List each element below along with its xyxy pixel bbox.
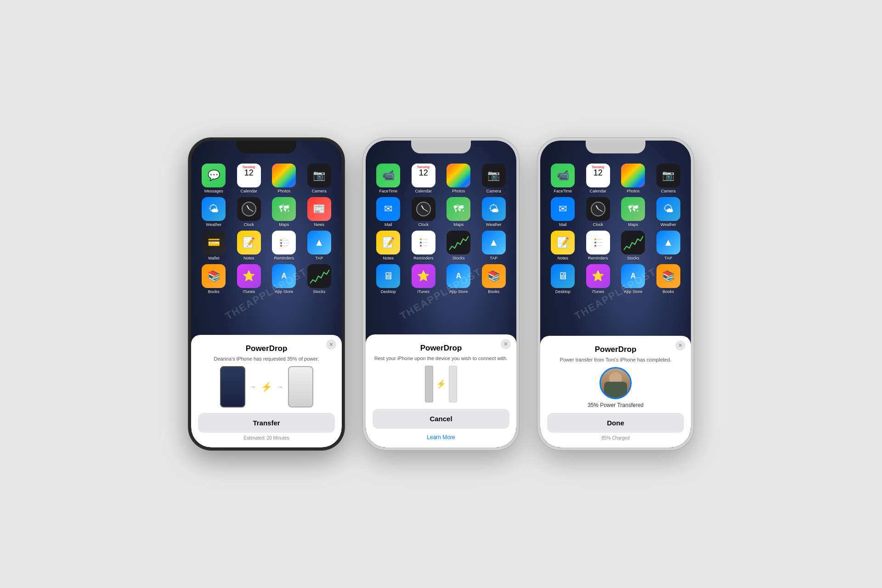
- iphone-2-screen: 📹 FaceTime Tuesday 12 Calendar Photos 📷 …: [366, 141, 516, 447]
- sheet-subtitle-1: Deanna's iPhone has requested 35% of pow…: [198, 356, 335, 362]
- app-calendar-3[interactable]: Tuesday 12 Calendar: [582, 164, 614, 193]
- app-maps-3[interactable]: 🗺 Maps: [617, 197, 649, 227]
- lightning-icon-1: ⚡: [261, 381, 272, 392]
- app-appstore-3[interactable]: A App Store: [617, 264, 649, 294]
- app-news[interactable]: 📰 News: [304, 197, 335, 227]
- svg-point-15: [594, 242, 596, 243]
- app-books[interactable]: 📚 Books: [198, 264, 230, 294]
- app-clock-2[interactable]: Clock: [408, 197, 440, 227]
- app-maps-2[interactable]: 🗺 Maps: [443, 197, 475, 227]
- app-appstore[interactable]: A App Store: [268, 264, 300, 294]
- app-stocks-3[interactable]: Stocks: [617, 231, 649, 260]
- app-camera-2[interactable]: 📷 Camera: [478, 164, 510, 193]
- app-notes[interactable]: 📝 Notes: [233, 231, 265, 260]
- app-facetime-3[interactable]: 📹 FaceTime: [547, 164, 579, 193]
- app-appstore-2[interactable]: A App Store: [443, 264, 475, 294]
- app-grid-2: 📹 FaceTime Tuesday 12 Calendar Photos 📷 …: [370, 161, 512, 296]
- app-messages[interactable]: 💬 Messages: [198, 164, 230, 193]
- sheet-close-2[interactable]: ✕: [501, 339, 511, 349]
- svg-point-11: [420, 245, 422, 247]
- app-tap-3[interactable]: ▲ TAP: [653, 231, 684, 260]
- app-mail-3[interactable]: ✉ Mail: [547, 197, 579, 227]
- sheet-title-2: PowerDrop: [373, 344, 509, 353]
- app-calendar-2[interactable]: Tuesday 12 Calendar: [408, 164, 440, 193]
- arrow-right-icon: →: [250, 383, 256, 390]
- app-itunes[interactable]: ⭐ iTunes: [233, 264, 265, 294]
- app-reminders-3[interactable]: Reminders: [582, 231, 614, 260]
- app-calendar[interactable]: Tuesday 12 Calendar: [233, 164, 265, 193]
- app-photos-2[interactable]: Photos: [443, 164, 475, 193]
- sheet-subtitle-2: Rest your iPhone upon the device you wis…: [373, 356, 509, 361]
- powerdrop-sheet-2: ✕ PowerDrop Rest your iPhone upon the de…: [366, 334, 516, 447]
- app-camera[interactable]: 📷 Camera: [304, 164, 335, 193]
- app-tap-2[interactable]: ▲ TAP: [478, 231, 510, 260]
- iphone-2: 📹 FaceTime Tuesday 12 Calendar Photos 📷 …: [363, 138, 519, 450]
- app-photos[interactable]: Photos: [268, 164, 300, 193]
- svg-point-3: [280, 242, 282, 244]
- sheet-close-3[interactable]: ✕: [675, 340, 685, 351]
- app-stocks[interactable]: Stocks: [304, 264, 335, 294]
- phone-side-2: [449, 366, 457, 402]
- done-button[interactable]: Done: [547, 413, 684, 433]
- sheet-devices-2: ⚡: [373, 366, 509, 402]
- iphone-1: 💬 Messages Tuesday 12 Calendar Photos 📷 …: [188, 138, 345, 450]
- charged-footnote: 85% Charged: [547, 435, 684, 441]
- app-desktop[interactable]: 🖥 Desktop: [373, 264, 404, 294]
- learn-more-link[interactable]: Learn More: [373, 434, 509, 441]
- sheet-close-1[interactable]: ✕: [326, 339, 336, 350]
- app-facetime[interactable]: 📹 FaceTime: [373, 164, 404, 193]
- notch-1: [237, 141, 296, 153]
- iphone-3: 📹 FaceTime Tuesday 12 Calendar Photos 📷 …: [537, 138, 694, 450]
- cancel-button[interactable]: Cancel: [373, 409, 509, 429]
- sheet-subtitle-3: Power transfer from Tom's iPhone has com…: [547, 357, 684, 362]
- app-clock-3[interactable]: Clock: [582, 197, 614, 227]
- app-weather-3[interactable]: 🌤 Weather: [653, 197, 684, 227]
- app-desktop-3[interactable]: 🖥 Desktop: [547, 264, 579, 294]
- phone-side-1: [425, 366, 433, 402]
- notch-2: [411, 141, 471, 153]
- svg-point-7: [420, 238, 422, 240]
- svg-point-17: [594, 245, 596, 247]
- app-itunes-3[interactable]: ⭐ iTunes: [582, 264, 614, 294]
- svg-point-9: [420, 242, 422, 243]
- svg-point-1: [280, 239, 282, 241]
- iphone-3-screen: 📹 FaceTime Tuesday 12 Calendar Photos 📷 …: [540, 141, 691, 447]
- app-itunes-2[interactable]: ⭐ iTunes: [408, 264, 440, 294]
- iphone-1-screen: 💬 Messages Tuesday 12 Calendar Photos 📷 …: [191, 141, 342, 447]
- svg-point-5: [280, 245, 282, 247]
- transfer-button[interactable]: Transfer: [198, 413, 335, 433]
- svg-point-13: [594, 238, 596, 240]
- lightning-icon-2: ⚡: [436, 379, 446, 389]
- app-mail[interactable]: ✉ Mail: [373, 197, 404, 227]
- app-reminders[interactable]: Reminders: [268, 231, 300, 260]
- app-weather-2[interactable]: 🌤 Weather: [478, 197, 510, 227]
- app-books-3[interactable]: 📚 Books: [653, 264, 684, 294]
- arrow-right-icon-2: →: [277, 383, 283, 390]
- device-target: [288, 366, 313, 407]
- app-books-2[interactable]: 📚 Books: [478, 264, 510, 294]
- app-grid-3: 📹 FaceTime Tuesday 12 Calendar Photos 📷 …: [545, 161, 686, 296]
- powerdrop-sheet-3: ✕ PowerDrop Power transfer from Tom's iP…: [540, 336, 691, 447]
- app-clock[interactable]: Clock: [233, 197, 265, 227]
- avatar-body: [604, 382, 627, 398]
- avatar-person: [601, 368, 630, 398]
- sheet-title-1: PowerDrop: [198, 344, 335, 353]
- powerdrop-sheet-1: ✕ PowerDrop Deanna's iPhone has requeste…: [191, 335, 342, 447]
- sheet-title-3: PowerDrop: [547, 345, 684, 354]
- sheet-footnote-1: Estimated: 20 Minutes: [198, 435, 335, 441]
- power-percent-label: 35% Power Transfered: [547, 402, 684, 408]
- app-wallet[interactable]: 💳 Wallet: [198, 231, 230, 260]
- notch-3: [586, 141, 645, 153]
- app-tap[interactable]: ▲ TAP: [304, 231, 335, 260]
- avatar: [599, 367, 632, 399]
- app-photos-3[interactable]: Photos: [617, 164, 649, 193]
- app-camera-3[interactable]: 📷 Camera: [653, 164, 684, 193]
- avatar-container: [547, 367, 684, 399]
- app-notes-3[interactable]: 📝 Notes: [547, 231, 579, 260]
- app-weather[interactable]: 🌤 Weather: [198, 197, 230, 227]
- app-reminders-2[interactable]: Reminders: [408, 231, 440, 260]
- app-stocks-2[interactable]: Stocks: [443, 231, 475, 260]
- app-notes-2[interactable]: 📝 Notes: [373, 231, 404, 260]
- sheet-devices-1: → ⚡ →: [198, 366, 335, 407]
- app-maps[interactable]: 🗺 Maps: [268, 197, 300, 227]
